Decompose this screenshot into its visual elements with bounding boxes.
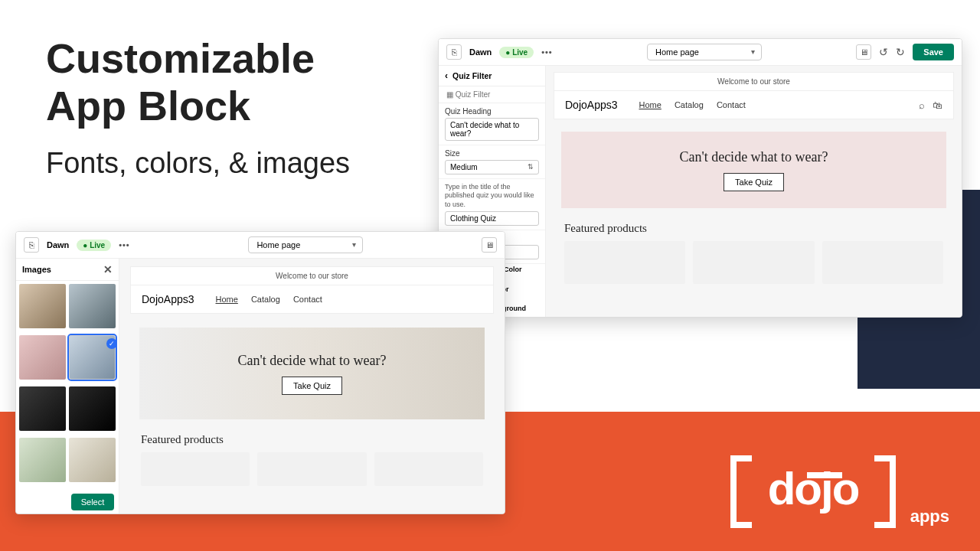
theme-name: Dawn — [47, 240, 69, 249]
quiz-heading: Can't decide what to wear? — [679, 149, 828, 165]
images-sidebar: Images ✕ Select — [16, 259, 119, 514]
quiz-block[interactable]: Can't decide what to wear? Take Quiz — [139, 328, 485, 419]
image-thumb[interactable] — [19, 438, 66, 482]
more-menu-button[interactable]: ••• — [119, 240, 130, 249]
quiz-heading: Can't decide what to wear? — [237, 353, 386, 369]
product-card[interactable] — [822, 241, 943, 284]
featured-cards — [564, 241, 943, 284]
cart-icon[interactable]: 🛍 — [933, 99, 942, 111]
logo-suffix: apps — [910, 507, 949, 526]
image-thumb[interactable] — [69, 438, 116, 482]
featured-title: Featured products — [564, 222, 943, 235]
product-card[interactable] — [257, 452, 366, 486]
image-thumb[interactable] — [69, 284, 116, 328]
more-menu-button[interactable]: ••• — [541, 47, 553, 57]
page-selector-dropdown[interactable]: Home page — [248, 236, 363, 253]
settings-breadcrumb[interactable]: ▦ Quiz Filter — [439, 86, 545, 103]
redo-button[interactable]: ↻ — [896, 46, 905, 58]
editor-topbar: ⎘ Dawn ● Live ••• Home page 🖥 — [16, 232, 505, 259]
store-nav: Home Catalog Contact — [639, 100, 756, 109]
featured-title: Featured products — [141, 433, 483, 446]
desktop-view-button[interactable]: 🖥 — [856, 44, 871, 60]
store-brand: DojoApps3 — [142, 293, 194, 305]
store-header: DojoApps3 Home Catalog Contact ⌕ 🛍 — [554, 91, 954, 119]
image-thumb[interactable] — [19, 284, 66, 328]
desktop-view-button[interactable]: 🖥 — [482, 237, 497, 253]
quiz-block[interactable]: Can't decide what to wear? Take Quiz — [561, 132, 946, 208]
size-label: Size — [445, 149, 539, 158]
product-card[interactable] — [374, 452, 483, 486]
logo-bar-icon — [807, 472, 842, 478]
editor-window-images: ⎘ Dawn ● Live ••• Home page 🖥 Images ✕ — [15, 231, 505, 514]
nav-catalog[interactable]: Catalog — [251, 295, 280, 304]
featured-cards — [141, 452, 483, 486]
page-title: Customizable App Block — [46, 34, 315, 129]
images-panel-title: Images — [22, 265, 51, 274]
quiz-hint: Type in the title of the published quiz … — [445, 183, 539, 209]
nav-home[interactable]: Home — [216, 295, 238, 304]
quiz-heading-input[interactable]: Can't decide what to wear? — [445, 118, 539, 141]
store-preview: Welcome to our store DojoApps3 Home Cata… — [546, 66, 962, 318]
take-quiz-button[interactable]: Take Quiz — [282, 377, 342, 395]
bracket-right-icon — [874, 455, 896, 528]
bracket-left-icon — [730, 455, 752, 528]
title-line-1: Customizable — [46, 35, 315, 81]
nav-contact[interactable]: Contact — [293, 295, 322, 304]
live-badge: ● Live — [499, 47, 534, 58]
size-select[interactable]: Medium — [445, 160, 539, 174]
image-thumb[interactable] — [19, 335, 66, 380]
close-icon[interactable]: ✕ — [103, 263, 113, 276]
store-nav: Home Catalog Contact — [216, 295, 333, 304]
settings-header[interactable]: ‹ Quiz Filter — [439, 66, 545, 86]
exit-editor-button[interactable]: ⎘ — [24, 237, 39, 253]
image-thumb[interactable] — [19, 386, 66, 431]
nav-home[interactable]: Home — [639, 100, 662, 109]
search-icon[interactable]: ⌕ — [919, 99, 925, 111]
save-button[interactable]: Save — [913, 44, 954, 60]
announcement-bar: Welcome to our store — [130, 266, 494, 285]
select-image-button[interactable]: Select — [71, 494, 114, 510]
product-card[interactable] — [141, 452, 250, 486]
field-size: Size Medium — [439, 145, 545, 179]
image-thumb-selected[interactable] — [69, 335, 116, 380]
page-selector-dropdown[interactable]: Home page — [647, 44, 762, 60]
undo-button[interactable]: ↺ — [879, 46, 888, 58]
live-badge: ● Live — [77, 240, 111, 251]
store-brand: DojoApps3 — [565, 99, 618, 111]
product-card[interactable] — [564, 241, 685, 284]
product-card[interactable] — [693, 241, 814, 284]
nav-contact[interactable]: Contact — [717, 100, 746, 109]
field-quiz-heading: Quiz Heading Can't decide what to wear? — [439, 103, 545, 145]
field-quiz-title: Type in the title of the published quiz … — [439, 179, 545, 230]
brand-logo: dojo apps — [730, 455, 949, 528]
nav-catalog[interactable]: Catalog — [675, 100, 704, 109]
editor-window-settings: ⎘ Dawn ● Live ••• Home page 🖥 ↺ ↻ Save ‹… — [438, 38, 962, 318]
editor-topbar: ⎘ Dawn ● Live ••• Home page 🖥 ↺ ↻ Save — [439, 39, 962, 66]
title-line-2: App Block — [46, 83, 250, 129]
back-icon[interactable]: ‹ — [445, 70, 448, 81]
quiz-heading-label: Quiz Heading — [445, 107, 539, 116]
image-thumb[interactable] — [69, 386, 116, 431]
theme-name: Dawn — [469, 47, 492, 57]
settings-title: Quiz Filter — [452, 71, 492, 80]
exit-editor-button[interactable]: ⎘ — [446, 44, 462, 60]
image-grid — [16, 281, 119, 489]
take-quiz-button[interactable]: Take Quiz — [724, 173, 784, 191]
logo-word: dojo — [768, 462, 859, 515]
page-subtitle: Fonts, colors, & images — [46, 147, 350, 180]
quiz-title-input[interactable]: Clothing Quiz — [445, 211, 539, 226]
store-preview: Welcome to our store DojoApps3 Home Cata… — [119, 259, 505, 514]
store-header: DojoApps3 Home Catalog Contact — [130, 285, 494, 314]
announcement-bar: Welcome to our store — [554, 72, 954, 91]
